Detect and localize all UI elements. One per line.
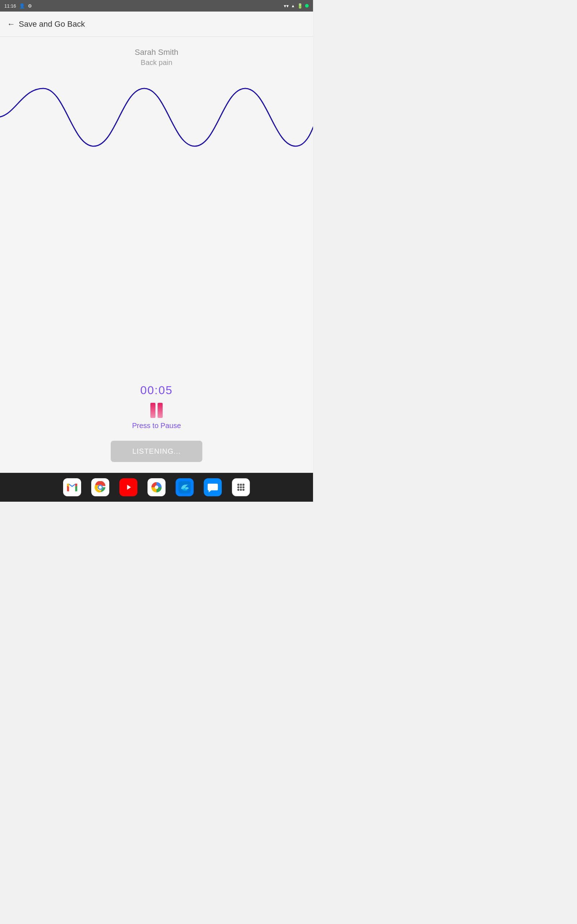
controls-section: 00:05 Press to Pause LISTENING...: [111, 384, 202, 462]
svg-point-11: [240, 486, 242, 488]
svg-point-7: [237, 484, 239, 486]
pause-bar-left: [150, 403, 155, 418]
apps-icon: [235, 481, 247, 493]
settings-icon: ⚙: [28, 3, 32, 9]
svg-point-1: [99, 486, 102, 489]
svg-point-9: [242, 484, 245, 486]
save-go-back-button[interactable]: ← Save and Go Back: [7, 19, 85, 29]
dock-youtube[interactable]: [119, 478, 137, 496]
svg-point-13: [237, 489, 239, 491]
press-to-pause-label: Press to Pause: [132, 422, 181, 430]
save-go-back-label: Save and Go Back: [19, 19, 85, 29]
status-time: 11:16: [4, 3, 16, 9]
gmail-icon: [66, 481, 78, 493]
dock-chrome[interactable]: [91, 478, 109, 496]
messages-icon: [206, 481, 219, 493]
status-bar: 11:16 👤 ⚙ ▾▾ ▲ 🔋: [0, 0, 313, 11]
back-arrow-icon: ←: [7, 19, 15, 29]
signal-icon: ▲: [291, 3, 295, 8]
aqua-icon: [179, 481, 191, 493]
bottom-dock: [0, 473, 313, 502]
wifi-icon: ▾▾: [284, 3, 289, 9]
pause-button[interactable]: [150, 403, 163, 418]
photos-icon: [150, 481, 163, 493]
dock-apps[interactable]: [232, 478, 250, 496]
listening-button[interactable]: LISTENING...: [111, 441, 202, 462]
top-nav: ← Save and Go Back: [0, 11, 313, 37]
svg-point-14: [240, 489, 242, 491]
active-dot: [305, 4, 309, 8]
patient-name: Sarah Smith: [134, 48, 178, 57]
dock-messages[interactable]: [204, 478, 222, 496]
dock-gmail[interactable]: [63, 478, 81, 496]
svg-point-4: [155, 485, 158, 489]
youtube-icon: [122, 481, 134, 493]
svg-point-10: [237, 486, 239, 488]
pause-bar-right: [158, 403, 163, 418]
svg-point-12: [242, 486, 245, 488]
waveform-svg: [0, 78, 313, 157]
main-content: Sarah Smith Back pain 00:05 Press to Pau…: [0, 37, 313, 473]
patient-info: Sarah Smith Back pain: [134, 48, 178, 67]
battery-icon: 🔋: [297, 3, 303, 9]
chrome-icon: [94, 481, 106, 493]
dock-aqua[interactable]: [176, 478, 193, 496]
svg-point-8: [240, 484, 242, 486]
notification-icon: 👤: [19, 3, 25, 9]
dock-photos[interactable]: [148, 478, 166, 496]
timer-display: 00:05: [140, 384, 173, 397]
waveform-container: [0, 78, 313, 157]
patient-condition: Back pain: [134, 58, 178, 67]
waveform-path: [0, 89, 313, 146]
svg-point-15: [242, 489, 245, 491]
